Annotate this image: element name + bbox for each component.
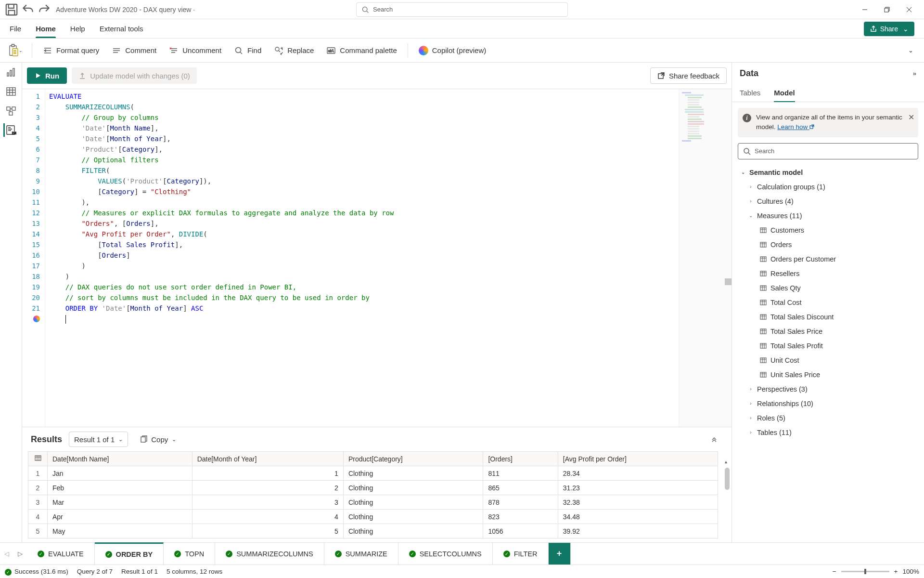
data-tab-model[interactable]: Model	[774, 84, 795, 102]
close-info-button[interactable]: ✕	[908, 112, 914, 123]
tree-node[interactable]: ›Tables (11)	[736, 425, 920, 440]
results-scrollbar[interactable]	[724, 466, 731, 542]
tree-node[interactable]: ›Cultures (4)	[736, 194, 920, 209]
table-view-icon[interactable]	[4, 85, 18, 98]
tree-node[interactable]: Sales Qty	[736, 281, 920, 295]
copilot-button[interactable]: Copilot (preview)	[414, 42, 491, 59]
data-search-input[interactable]: Search	[738, 143, 918, 159]
ribbon-tab-external-tools[interactable]: External tools	[100, 19, 143, 38]
tree-node[interactable]: Unit Sales Price	[736, 368, 920, 382]
column-header[interactable]: [Orders]	[483, 452, 558, 466]
report-view-icon[interactable]	[4, 66, 18, 79]
find-button[interactable]: Find	[229, 42, 266, 59]
collapse-panel-button[interactable]: »	[913, 70, 916, 77]
svg-rect-13	[13, 68, 14, 76]
command-palette-button[interactable]: abl Command palette	[321, 42, 401, 59]
query-tab-summarizecolumns[interactable]: ✓SUMMARIZECOLUMNS	[215, 543, 324, 565]
tree-node[interactable]: Total Cost	[736, 295, 920, 310]
results-title: Results	[31, 434, 62, 445]
format-query-button[interactable]: Format query	[38, 42, 104, 59]
share-feedback-button[interactable]: Share feedback	[650, 67, 727, 84]
scroll-tabs-left[interactable]: ◁	[0, 543, 13, 565]
zoom-out-button[interactable]: −	[833, 568, 836, 575]
tree-node[interactable]: ›Relationships (10)	[736, 396, 920, 411]
tree-node[interactable]: Customers	[736, 223, 920, 237]
table-row[interactable]: 5May5Clothing105639.92	[28, 524, 718, 539]
query-tab-summarize[interactable]: ✓SUMMARIZE	[324, 543, 398, 565]
tree-node[interactable]: Total Sales Discount	[736, 310, 920, 324]
chevron-down-icon: ⌄	[118, 436, 123, 443]
tree-node[interactable]: ›Calculation groups (1)	[736, 180, 920, 194]
chevron-icon: ›	[747, 386, 754, 392]
copy-button[interactable]: Copy ⌄	[135, 432, 181, 447]
result-selector[interactable]: Result 1 of 1 ⌄	[69, 432, 128, 447]
comment-icon	[112, 46, 121, 55]
undo-icon[interactable]	[20, 2, 36, 17]
ribbon-tab-home[interactable]: Home	[36, 19, 56, 38]
tree-node[interactable]: Total Sales Profit	[736, 339, 920, 353]
save-icon[interactable]	[4, 2, 19, 17]
svg-rect-1	[9, 10, 15, 15]
comment-button[interactable]: Comment	[107, 42, 161, 59]
share-button[interactable]: Share ⌄	[864, 22, 914, 36]
tree-node[interactable]: ⌄Semantic model	[736, 165, 920, 180]
tree-node[interactable]: ⌄Measures (11)	[736, 209, 920, 223]
collapse-results-button[interactable]	[706, 431, 723, 448]
check-icon: ✓	[38, 551, 44, 557]
column-header[interactable]: Product[Category]	[343, 452, 483, 466]
redo-icon[interactable]	[37, 2, 52, 17]
minimap[interactable]	[679, 89, 732, 427]
column-header[interactable]: [Avg Profit per Order]	[558, 452, 718, 466]
table-row[interactable]: 4Apr4Clothing82334.48	[28, 510, 718, 524]
run-button[interactable]: Run	[27, 67, 67, 84]
share-label: Share	[880, 25, 898, 33]
learn-how-link[interactable]: Learn how	[777, 123, 814, 131]
paste-button[interactable]: ⌄	[5, 42, 26, 59]
table-row[interactable]: 1Jan1Clothing81128.34	[28, 466, 718, 481]
zoom-in-button[interactable]: +	[894, 568, 898, 575]
dax-view-icon[interactable]: DAX	[3, 123, 17, 137]
tree-node[interactable]: ›Roles (5)	[736, 411, 920, 425]
query-tab-order-by[interactable]: ✓ORDER BY	[95, 542, 164, 565]
query-tab-filter[interactable]: ✓FILTER	[493, 543, 549, 565]
query-tab-evaluate[interactable]: ✓EVALUATE	[27, 543, 95, 565]
svg-text:abl: abl	[328, 49, 334, 53]
measure-icon	[759, 371, 768, 378]
tree-node[interactable]: Unit Cost	[736, 353, 920, 368]
global-search-input[interactable]: Search	[356, 2, 568, 17]
code-editor[interactable]: EVALUATE SUMMARIZECOLUMNS( // Group by c…	[45, 89, 679, 427]
maximize-button[interactable]	[876, 0, 898, 19]
search-placeholder: Search	[373, 6, 393, 13]
scroll-tabs-right[interactable]: ▷	[13, 543, 27, 565]
tree-node[interactable]: Orders	[736, 237, 920, 252]
data-tab-tables[interactable]: Tables	[740, 84, 760, 102]
tree-node[interactable]: ›Perspectives (3)	[736, 382, 920, 396]
check-icon: ✓	[174, 551, 181, 557]
chevron-icon: ⌄	[747, 213, 754, 218]
ribbon-tab-file[interactable]: File	[10, 19, 21, 38]
ribbon-tab-help[interactable]: Help	[70, 19, 85, 38]
uncomment-button[interactable]: Uncomment	[164, 42, 226, 59]
query-tab-topn[interactable]: ✓TOPN	[164, 543, 215, 565]
model-view-icon[interactable]	[4, 104, 18, 118]
add-query-tab-button[interactable]: +	[549, 543, 571, 565]
tree-node[interactable]: Orders per Customer	[736, 252, 920, 266]
svg-rect-27	[760, 257, 766, 262]
minimize-button[interactable]	[854, 0, 876, 19]
search-icon	[234, 46, 244, 55]
zoom-slider[interactable]	[841, 571, 889, 572]
column-header[interactable]: Date[Month Name]	[48, 452, 192, 466]
results-grid[interactable]: Date[Month Name]Date[Month of Year]Produ…	[22, 451, 732, 542]
search-icon	[743, 147, 751, 155]
query-tab-selectcolumns[interactable]: ✓SELECTCOLUMNS	[398, 543, 493, 565]
close-button[interactable]	[898, 0, 920, 19]
table-row[interactable]: 3Mar3Clothing87832.38	[28, 495, 718, 510]
table-row[interactable]: 2Feb2Clothing86531.23	[28, 481, 718, 495]
minimap-slider[interactable]	[725, 278, 732, 285]
tree-node[interactable]: Total Sales Price	[736, 324, 920, 339]
column-header[interactable]: Date[Month of Year]	[192, 452, 343, 466]
tree-node[interactable]: Resellers	[736, 266, 920, 281]
measure-icon	[759, 285, 768, 291]
collapse-ribbon-button[interactable]: ⌄	[902, 42, 919, 59]
replace-button[interactable]: Replace	[269, 42, 319, 59]
